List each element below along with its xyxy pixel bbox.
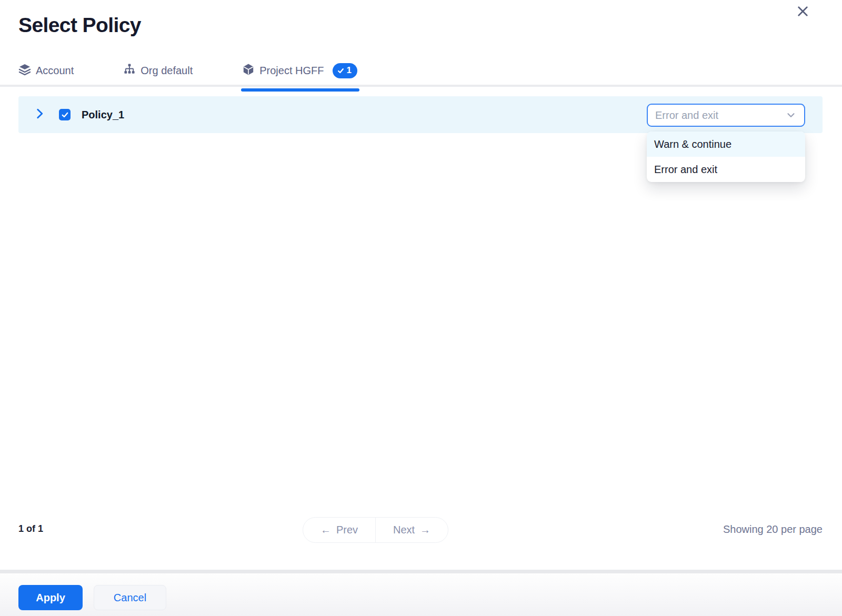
page-title: Select Policy — [18, 14, 141, 37]
next-button[interactable]: Next → — [376, 518, 448, 542]
tab-label: Project HGFF — [259, 65, 324, 77]
cancel-button[interactable]: Cancel — [94, 585, 166, 610]
arrow-left-icon: ← — [320, 524, 331, 536]
tab-project-hgff[interactable]: Project HGFF 1 — [242, 58, 357, 83]
select-value: Error and exit — [655, 109, 785, 122]
per-page-text: Showing 20 per page — [723, 523, 823, 536]
close-button[interactable] — [794, 3, 811, 21]
check-icon — [337, 67, 345, 75]
arrow-right-icon: → — [420, 524, 430, 536]
tab-org-default[interactable]: Org default — [123, 58, 193, 83]
tab-bar: Account Org default Project HGFF — [18, 58, 357, 83]
chevron-down-icon — [785, 109, 797, 121]
policy-checkbox[interactable] — [59, 109, 71, 120]
policy-name: Policy_1 — [82, 96, 124, 133]
page-status: 1 of 1 — [18, 523, 43, 534]
policy-action-select[interactable]: Error and exit — [647, 104, 805, 127]
policy-row: Policy_1 Error and exit — [18, 96, 823, 133]
option-error-exit[interactable]: Error and exit — [647, 157, 805, 182]
layers-icon — [18, 63, 31, 78]
next-label: Next — [393, 524, 415, 536]
cube-icon — [242, 63, 255, 78]
prev-button[interactable]: ← Prev — [303, 518, 376, 542]
org-chart-icon — [123, 63, 136, 78]
select-dropdown-menu: Warn & continue Error and exit — [647, 132, 805, 182]
tab-label: Account — [36, 65, 74, 77]
tab-account[interactable]: Account — [18, 58, 74, 83]
expand-row-button[interactable] — [31, 107, 48, 123]
option-warn-continue[interactable]: Warn & continue — [647, 132, 805, 157]
tabs-divider — [0, 85, 842, 87]
apply-button[interactable]: Apply — [18, 585, 83, 610]
badge-count: 1 — [346, 65, 351, 76]
prev-label: Prev — [336, 524, 358, 536]
footer-divider — [0, 570, 842, 573]
selected-count-badge: 1 — [333, 63, 357, 78]
chevron-right-icon — [33, 107, 46, 123]
tab-label: Org default — [141, 65, 193, 77]
check-icon — [61, 111, 69, 119]
close-icon — [796, 4, 810, 21]
pager: ← Prev Next → — [303, 517, 448, 543]
